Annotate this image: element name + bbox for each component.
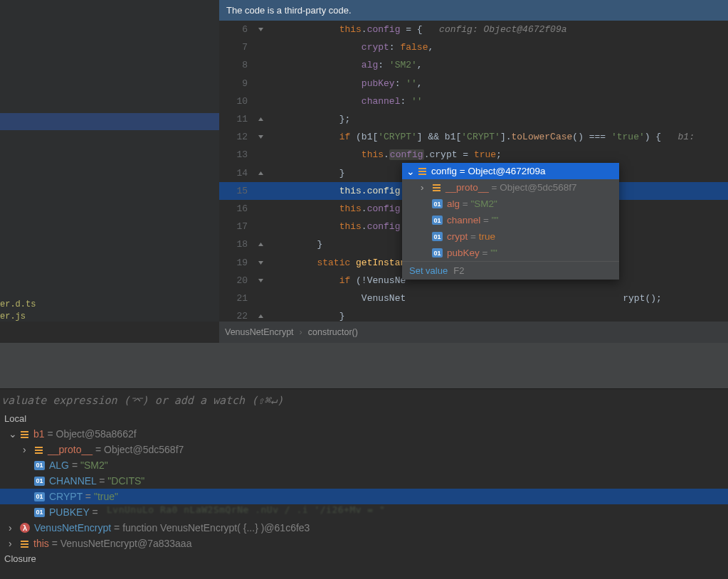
fold-open-icon[interactable] bbox=[249, 26, 273, 33]
primitive-icon: 01 bbox=[432, 199, 443, 208]
gutter-line[interactable]: 13 bbox=[219, 146, 273, 164]
line-number: 20 bbox=[219, 275, 249, 286]
fold-close-icon[interactable] bbox=[249, 170, 273, 176]
breadcrumb-item[interactable]: constructor() bbox=[308, 327, 358, 337]
gutter-line[interactable]: 14 bbox=[219, 164, 273, 182]
gutter-line[interactable]: 11 bbox=[219, 110, 273, 128]
variable-row[interactable]: 01CRYPT = "true" bbox=[0, 489, 728, 504]
code-line[interactable]: channel: '' bbox=[273, 92, 728, 110]
lambda-icon: λ bbox=[20, 523, 30, 533]
popup-proto-row[interactable]: › __proto__ = Object@5dc568f7 bbox=[402, 179, 619, 196]
code-line[interactable]: VenusNetrypt(); bbox=[273, 290, 728, 307]
chevron-right-icon[interactable]: › bbox=[9, 522, 16, 533]
popup-footer[interactable]: Set value F2 bbox=[402, 261, 619, 280]
svg-rect-14 bbox=[21, 546, 28, 548]
code-line[interactable]: crypt: false, bbox=[273, 38, 728, 56]
gutter-line[interactable]: 20 bbox=[219, 272, 273, 290]
code-line[interactable]: pubKey: '', bbox=[273, 75, 728, 92]
gutter-line[interactable]: 15 bbox=[219, 182, 273, 200]
line-number: 8 bbox=[219, 60, 249, 70]
popup-property-row[interactable]: 01channel = "" bbox=[402, 212, 619, 228]
evaluate-expression-input[interactable] bbox=[0, 393, 728, 408]
chevron-right-icon[interactable]: › bbox=[23, 444, 30, 455]
chevron-right-icon[interactable]: › bbox=[421, 182, 428, 193]
variable-row[interactable]: › this = VenusNetEncrypt@7a833aaa bbox=[0, 536, 728, 551]
fold-open-icon[interactable] bbox=[249, 277, 273, 284]
line-number: 6 bbox=[219, 24, 249, 35]
debug-value-popup[interactable]: ⌄ config = Object@4672f09a › __proto__ =… bbox=[402, 163, 619, 280]
gutter-line[interactable]: 17 bbox=[219, 218, 273, 235]
gutter-line[interactable]: 21 bbox=[219, 290, 273, 307]
popup-property-row[interactable]: 01crypt = true bbox=[402, 228, 619, 245]
variable-row-pubkey[interactable]: 01 PUBKEY = LvnUnuLo Ra0 nLaW2SmQrNe .nU… bbox=[0, 504, 728, 520]
gutter-line[interactable]: 9 bbox=[219, 75, 273, 92]
breadcrumb-item[interactable]: VenusNetEncrypt bbox=[225, 327, 294, 337]
line-number: 17 bbox=[219, 221, 249, 232]
gutter-line[interactable]: 16 bbox=[219, 200, 273, 218]
svg-rect-11 bbox=[35, 452, 43, 454]
variables-scope-header: Local bbox=[0, 411, 728, 426]
breadcrumb[interactable]: VenusNetEncrypt › constructor() bbox=[219, 322, 728, 343]
gutter-line[interactable]: 8 bbox=[219, 56, 273, 74]
variable-row[interactable]: 01ALG = "SM2" bbox=[0, 457, 728, 473]
object-icon bbox=[418, 166, 427, 176]
variable-row[interactable]: 01CHANNEL = "DCITS" bbox=[0, 473, 728, 489]
chevron-down-icon[interactable]: ⌄ bbox=[9, 428, 16, 440]
file-item[interactable]: er.js bbox=[0, 311, 36, 323]
debug-toolbar-strip bbox=[0, 343, 728, 388]
fold-open-icon[interactable] bbox=[249, 134, 273, 140]
variable-row[interactable]: › λ VenusNetEncrypt = function VenusNetE… bbox=[0, 520, 728, 536]
chevron-right-icon: › bbox=[300, 327, 302, 337]
gutter-line[interactable]: 19 bbox=[219, 253, 273, 271]
svg-rect-12 bbox=[21, 541, 28, 542]
gutter-line[interactable]: 18 bbox=[219, 235, 273, 253]
code-line[interactable]: alg: 'SM2', bbox=[273, 56, 728, 74]
object-icon bbox=[432, 183, 441, 192]
line-number: 22 bbox=[219, 311, 249, 322]
svg-rect-10 bbox=[35, 450, 43, 451]
code-line[interactable]: if (b1['CRYPT'] && b1['CRYPT'].toLowerCa… bbox=[273, 128, 728, 146]
primitive-icon: 01 bbox=[34, 492, 45, 501]
third-party-banner: The code is a third-party code. bbox=[219, 0, 728, 21]
code-line[interactable]: this.config = { config: Object@4672f09a bbox=[273, 21, 728, 38]
keyboard-shortcut: F2 bbox=[453, 265, 464, 276]
object-icon bbox=[20, 539, 29, 548]
object-icon bbox=[34, 445, 43, 455]
primitive-icon: 01 bbox=[34, 461, 45, 470]
fold-close-icon[interactable] bbox=[249, 313, 273, 319]
line-number: 11 bbox=[219, 114, 249, 124]
gutter-line[interactable]: 6 bbox=[219, 21, 273, 38]
gutter-line[interactable]: 12 bbox=[219, 128, 273, 146]
code-line[interactable]: }; bbox=[273, 110, 728, 128]
variable-row[interactable]: › __proto__ = Object@5dc568f7 bbox=[0, 442, 728, 457]
line-number: 13 bbox=[219, 149, 249, 160]
project-panel-highlight bbox=[0, 113, 219, 130]
line-number: 14 bbox=[219, 168, 249, 179]
line-number: 10 bbox=[219, 96, 249, 107]
popup-root-row[interactable]: ⌄ config = Object@4672f09a bbox=[402, 163, 619, 179]
gutter-line[interactable]: 7 bbox=[219, 38, 273, 56]
set-value-link[interactable]: Set value bbox=[409, 265, 448, 276]
project-files[interactable]: er.d.ts er.js bbox=[0, 299, 36, 323]
popup-property-row[interactable]: 01alg = "SM2" bbox=[402, 196, 619, 212]
line-number: 15 bbox=[219, 186, 249, 196]
popup-property-row[interactable]: 01pubKey = "" bbox=[402, 245, 619, 261]
code-line[interactable]: this.config.crypt = true; bbox=[273, 146, 728, 164]
fold-close-icon[interactable] bbox=[249, 116, 273, 122]
watch-bar[interactable] bbox=[0, 388, 728, 413]
fold-close-icon[interactable] bbox=[249, 241, 273, 248]
debug-variables-panel[interactable]: Local ⌄ b1 = Object@58a8662f › __proto__… bbox=[0, 411, 728, 579]
gutter-line[interactable]: 10 bbox=[219, 92, 273, 110]
svg-rect-7 bbox=[21, 434, 28, 435]
svg-rect-0 bbox=[418, 168, 426, 169]
variables-scope-header: Closure bbox=[0, 551, 728, 566]
line-number: 18 bbox=[219, 239, 249, 250]
primitive-icon: 01 bbox=[432, 216, 443, 225]
file-item[interactable]: er.d.ts bbox=[0, 299, 36, 311]
variable-row[interactable]: ⌄ b1 = Object@58a8662f bbox=[0, 426, 728, 442]
chevron-right-icon[interactable]: › bbox=[9, 538, 16, 549]
gutter[interactable]: 678910111213141516171819202122 bbox=[219, 21, 273, 322]
chevron-down-icon[interactable]: ⌄ bbox=[406, 166, 413, 177]
line-number: 16 bbox=[219, 203, 249, 214]
fold-open-icon[interactable] bbox=[249, 260, 273, 266]
